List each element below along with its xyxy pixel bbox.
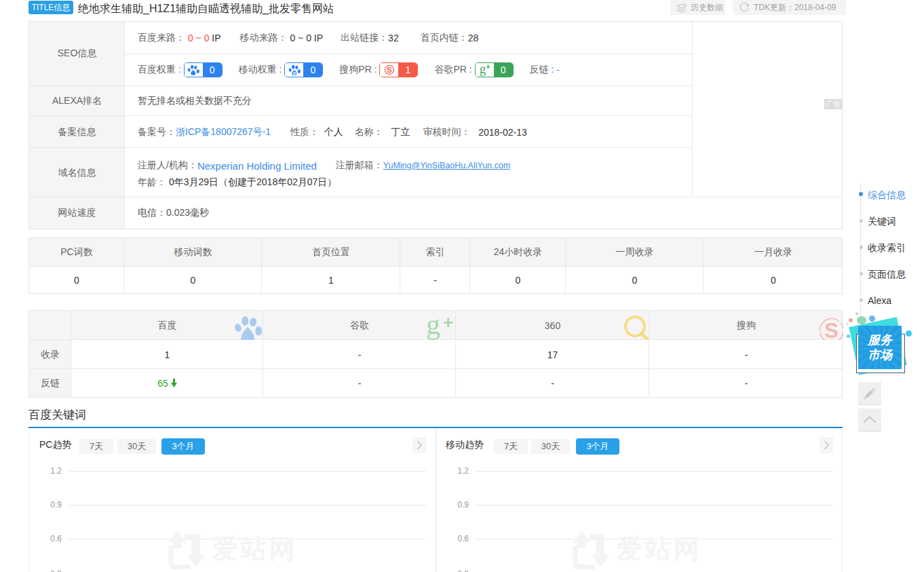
svg-text:S: S (387, 66, 391, 74)
svg-text:S: S (824, 319, 839, 340)
svg-text:g: g (480, 63, 486, 76)
svg-text:M: M (293, 71, 296, 75)
svg-text:+: + (486, 63, 490, 71)
